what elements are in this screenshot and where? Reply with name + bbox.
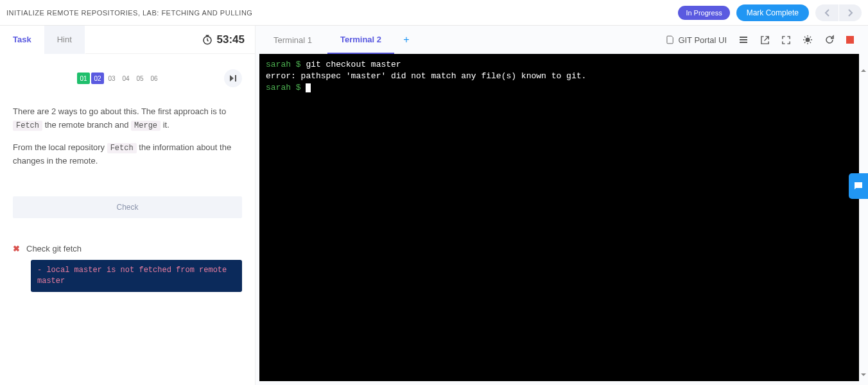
svg-line-8 <box>804 42 806 44</box>
fail-icon: ✖ <box>13 244 20 253</box>
nav-group <box>815 4 862 21</box>
terminal[interactable]: sarah $ git checkout master error: paths… <box>259 54 859 381</box>
theme-toggle-icon[interactable] <box>803 35 813 45</box>
svg-point-1 <box>806 38 810 42</box>
task-text: the remote branch and <box>42 120 131 130</box>
step-05[interactable]: 05 <box>134 73 146 84</box>
timer: 53:45 <box>202 33 255 46</box>
task-text: There are 2 ways to go about this. The f… <box>13 107 226 116</box>
code-fetch-2: Fetch <box>107 143 137 153</box>
task-panel: Task Hint 53:45 01 02 03 04 05 06 There … <box>0 26 256 385</box>
chevron-right-icon <box>848 9 853 17</box>
terminal-command <box>301 83 306 92</box>
skip-icon <box>229 74 237 82</box>
menu-icon[interactable] <box>738 35 749 45</box>
step-04[interactable]: 04 <box>119 73 132 84</box>
tab-task[interactable]: Task <box>0 26 44 54</box>
step-01[interactable]: 01 <box>77 73 90 84</box>
svg-line-9 <box>810 37 812 38</box>
chat-button[interactable] <box>849 173 868 199</box>
portal-icon <box>665 35 674 44</box>
portal-label: GIT Portal UI <box>678 35 727 45</box>
stop-button[interactable] <box>846 36 854 44</box>
check-result-line: ✖ Check git fetch <box>13 244 242 253</box>
next-button[interactable] <box>838 4 862 21</box>
task-text: it. <box>161 120 169 130</box>
terminal-panel: Terminal 1 Terminal 2 + GIT Portal UI <box>256 26 868 385</box>
refresh-icon[interactable] <box>824 35 835 45</box>
tab-hint[interactable]: Hint <box>44 26 85 54</box>
tab-terminal-2[interactable]: Terminal 2 <box>327 26 394 54</box>
terminal-cursor <box>306 83 311 92</box>
terminal-prompt: sarah $ <box>266 83 301 92</box>
prev-button[interactable] <box>815 4 838 21</box>
svg-line-7 <box>810 42 812 44</box>
task-content: There are 2 ways to go about this. The f… <box>0 103 255 190</box>
clock-icon <box>202 34 213 46</box>
code-merge: Merge <box>131 121 161 131</box>
chat-icon <box>853 180 864 192</box>
git-portal-link[interactable]: GIT Portal UI <box>665 35 727 45</box>
check-button[interactable]: Check <box>13 196 242 218</box>
terminal-command: git checkout master <box>301 60 401 69</box>
breadcrumb: INITIALIZE REMOTE REPOSITORIES, LAB: FET… <box>6 9 252 17</box>
tab-terminal-1[interactable]: Terminal 1 <box>261 26 325 54</box>
add-terminal-button[interactable]: + <box>397 34 416 46</box>
scrollbar[interactable] <box>859 68 868 377</box>
step-03[interactable]: 03 <box>105 73 118 84</box>
code-fetch: Fetch <box>13 121 42 131</box>
mark-complete-button[interactable]: Mark Complete <box>736 4 809 21</box>
check-result-label: Check git fetch <box>26 244 82 253</box>
status-badge: In Progress <box>678 6 729 20</box>
skip-to-end-button[interactable] <box>224 69 242 87</box>
stop-icon <box>846 36 854 44</box>
open-external-icon[interactable] <box>760 35 770 45</box>
error-message-box: - local master is not fetched from remot… <box>31 260 242 292</box>
terminal-prompt: sarah $ <box>266 60 301 69</box>
terminal-output: error: pathspec 'master' did not match a… <box>266 71 853 82</box>
timer-value: 53:45 <box>217 33 245 46</box>
step-06[interactable]: 06 <box>148 73 161 84</box>
chevron-left-icon <box>824 9 829 17</box>
fullscreen-icon[interactable] <box>781 35 791 45</box>
svg-line-6 <box>804 37 806 38</box>
task-text: From the local repository <box>13 142 107 152</box>
step-02[interactable]: 02 <box>91 73 104 84</box>
